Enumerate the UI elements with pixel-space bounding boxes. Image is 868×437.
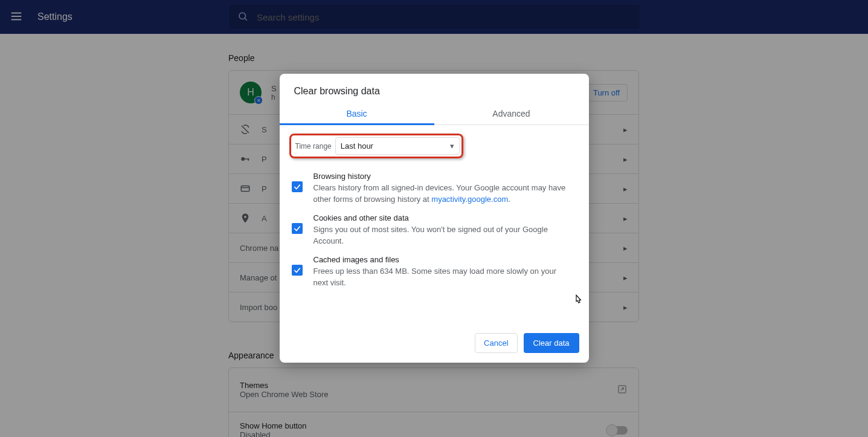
time-range-dropdown[interactable]: Last hour ▾ [335,137,460,155]
option-title: Cookies and other site data [313,213,573,222]
clear-browsing-data-dialog: Clear browsing data Basic Advanced Time … [280,74,589,363]
checkbox-browsing-history[interactable] [292,181,303,192]
tab-advanced[interactable]: Advanced [434,102,589,125]
option-cached[interactable]: Cached images and files Frees up less th… [289,249,579,291]
tab-basic[interactable]: Basic [280,102,434,125]
dialog-footer: Cancel Clear data [280,325,589,363]
dialog-tabs: Basic Advanced [280,102,589,125]
option-title: Browsing history [313,172,573,181]
modal-backdrop: Clear browsing data Basic Advanced Time … [0,0,868,437]
dropdown-arrow-icon: ▾ [450,141,454,151]
option-desc: Clears history from all signed-in device… [313,182,573,205]
option-desc: Signs you out of most sites. You won't b… [313,224,573,247]
time-range-value: Last hour [341,141,373,151]
clear-data-button[interactable]: Clear data [524,333,579,353]
myactivity-link[interactable]: myactivity.google.com [431,195,508,204]
time-range-label: Time range [293,140,335,153]
option-desc: Frees up less than 634 MB. Some sites ma… [313,265,573,288]
time-range-highlight: Time range Last hour ▾ [289,134,463,158]
option-browsing-history[interactable]: Browsing history Clears history from all… [289,166,579,207]
cancel-button[interactable]: Cancel [475,333,517,353]
dialog-title: Clear browsing data [280,74,589,102]
option-cookies[interactable]: Cookies and other site data Signs you ou… [289,207,579,249]
dialog-body: Time range Last hour ▾ Browsing history … [280,125,589,296]
option-title: Cached images and files [313,255,573,264]
checkbox-cookies[interactable] [292,223,303,234]
checkbox-cached[interactable] [292,265,303,276]
